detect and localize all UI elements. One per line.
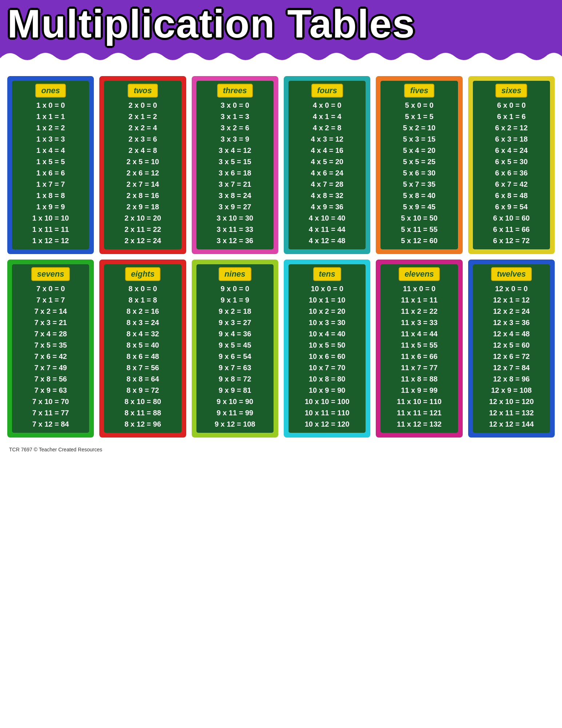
table-label-nines: nines — [219, 267, 251, 281]
table-label-tens: tens — [313, 267, 341, 281]
table-row: 11 x 9 = 99 — [401, 385, 438, 396]
table-row: 2 x 6 = 12 — [127, 167, 159, 179]
table-row: 5 x 0 = 0 — [405, 100, 433, 111]
table-row: 6 x 2 = 12 — [495, 122, 528, 134]
table-row: 2 x 1 = 2 — [128, 111, 157, 122]
table-card-twelves: twelves12 x 0 = 012 x 1 = 1212 x 2 = 241… — [468, 260, 555, 438]
table-row: 12 x 9 = 108 — [491, 385, 532, 396]
table-row: 2 x 5 = 10 — [127, 156, 159, 167]
table-row: 11 x 2 = 22 — [401, 306, 438, 317]
table-row: 6 x 6 = 36 — [495, 167, 528, 179]
table-row: 3 x 7 = 21 — [219, 179, 251, 190]
table-row: 4 x 0 = 0 — [313, 100, 341, 111]
table-card-fives: fives5 x 0 = 05 x 1 = 55 x 2 = 105 x 3 =… — [376, 76, 462, 254]
main-content: ones1 x 0 = 01 x 1 = 11 x 2 = 21 x 3 = 3… — [0, 67, 562, 462]
table-row: 4 x 5 = 20 — [311, 156, 343, 167]
table-row: 2 x 12 = 24 — [124, 235, 161, 246]
table-row: 4 x 1 = 4 — [313, 111, 341, 122]
table-row: 5 x 8 = 40 — [403, 190, 436, 201]
table-row: 10 x 11 = 110 — [305, 407, 350, 419]
table-row: 4 x 8 = 32 — [311, 190, 343, 201]
table-row: 1 x 1 = 1 — [36, 111, 65, 122]
table-row: 4 x 6 = 24 — [311, 167, 343, 179]
table-row: 5 x 10 = 50 — [401, 213, 438, 224]
table-row: 1 x 7 = 7 — [36, 179, 65, 190]
table-row: 3 x 12 = 36 — [216, 235, 253, 246]
table-row: 7 x 5 = 35 — [34, 340, 67, 351]
table-row: 2 x 2 = 4 — [128, 122, 157, 134]
table-row: 11 x 5 = 55 — [401, 340, 438, 351]
table-row: 4 x 10 = 40 — [309, 213, 346, 224]
table-row: 9 x 4 = 36 — [219, 328, 251, 340]
table-row: 5 x 12 = 60 — [401, 235, 438, 246]
table-label-twelves: twelves — [491, 267, 532, 281]
table-row: 11 x 3 = 33 — [401, 317, 438, 328]
table-row: 7 x 8 = 56 — [34, 373, 67, 385]
table-row: 6 x 11 = 66 — [493, 224, 530, 235]
table-row: 9 x 6 = 54 — [219, 351, 251, 362]
table-row: 9 x 10 = 90 — [216, 396, 253, 407]
table-row: 11 x 12 = 132 — [397, 419, 442, 430]
table-row: 6 x 8 = 48 — [495, 190, 528, 201]
table-row: 6 x 4 = 24 — [495, 145, 528, 156]
table-row: 2 x 9 = 18 — [127, 201, 159, 213]
table-row: 12 x 8 = 96 — [493, 373, 530, 385]
table-row: 7 x 7 = 49 — [34, 362, 67, 373]
table-row: 12 x 0 = 0 — [495, 283, 528, 294]
table-row: 11 x 1 = 11 — [401, 294, 438, 306]
table-row: 5 x 4 = 20 — [403, 145, 436, 156]
table-row: 12 x 4 = 48 — [493, 328, 530, 340]
table-row: 6 x 1 = 6 — [497, 111, 526, 122]
table-row: 7 x 11 = 77 — [32, 407, 69, 419]
table-row: 8 x 9 = 72 — [127, 385, 159, 396]
table-card-sevens: sevens7 x 0 = 07 x 1 = 77 x 2 = 147 x 3 … — [7, 260, 94, 438]
table-row: 11 x 0 = 0 — [403, 283, 436, 294]
table-row: 1 x 0 = 0 — [36, 100, 65, 111]
table-row: 10 x 8 = 80 — [309, 373, 346, 385]
table-row: 7 x 0 = 0 — [36, 283, 65, 294]
table-row: 12 x 2 = 24 — [493, 306, 530, 317]
table-row: 2 x 4 = 8 — [128, 145, 157, 156]
footer-text: TCR 7697 © Teacher Created Resources — [7, 447, 555, 452]
table-row: 3 x 5 = 15 — [219, 156, 251, 167]
table-label-ones: ones — [35, 84, 65, 98]
table-row: 9 x 7 = 63 — [219, 362, 251, 373]
header: Multiplication Tables — [0, 0, 562, 47]
table-row: 2 x 8 = 16 — [127, 190, 159, 201]
table-row: 1 x 5 = 5 — [36, 156, 65, 167]
table-row: 3 x 3 = 9 — [221, 134, 249, 145]
table-label-fives: fives — [404, 84, 434, 98]
table-row: 3 x 9 = 27 — [219, 201, 251, 213]
table-row: 3 x 2 = 6 — [221, 122, 249, 134]
table-row: 12 x 11 = 132 — [489, 407, 534, 419]
table-row: 5 x 11 = 55 — [401, 224, 438, 235]
table-row: 12 x 1 = 12 — [493, 294, 530, 306]
table-row: 7 x 3 = 21 — [34, 317, 67, 328]
table-row: 8 x 4 = 32 — [127, 328, 159, 340]
table-label-elevens: elevens — [399, 267, 440, 281]
table-row: 9 x 1 = 9 — [221, 294, 249, 306]
table-row: 5 x 7 = 35 — [403, 179, 436, 190]
table-row: 11 x 10 = 110 — [397, 396, 442, 407]
table-row: 9 x 12 = 108 — [215, 419, 255, 430]
table-row: 3 x 8 = 24 — [219, 190, 251, 201]
table-row: 11 x 7 = 77 — [401, 362, 438, 373]
table-row: 12 x 3 = 36 — [493, 317, 530, 328]
table-row: 11 x 8 = 88 — [401, 373, 438, 385]
table-row: 3 x 0 = 0 — [221, 100, 249, 111]
table-card-threes: threes3 x 0 = 03 x 1 = 33 x 2 = 63 x 3 =… — [192, 76, 278, 254]
table-row: 1 x 3 = 3 — [36, 134, 65, 145]
table-card-elevens: elevens11 x 0 = 011 x 1 = 1111 x 2 = 221… — [376, 260, 462, 438]
table-row: 2 x 10 = 20 — [124, 213, 161, 224]
table-row: 1 x 9 = 9 — [36, 201, 65, 213]
table-row: 1 x 10 = 10 — [32, 213, 69, 224]
table-row: 10 x 3 = 30 — [309, 317, 346, 328]
table-row: 4 x 3 = 12 — [311, 134, 343, 145]
table-row: 9 x 2 = 18 — [219, 306, 251, 317]
table-row: 6 x 0 = 0 — [497, 100, 526, 111]
table-row: 1 x 8 = 8 — [36, 190, 65, 201]
table-row: 10 x 7 = 70 — [309, 362, 346, 373]
table-row: 8 x 5 = 40 — [127, 340, 159, 351]
wavy-separator — [0, 47, 562, 66]
table-row: 10 x 0 = 0 — [311, 283, 343, 294]
